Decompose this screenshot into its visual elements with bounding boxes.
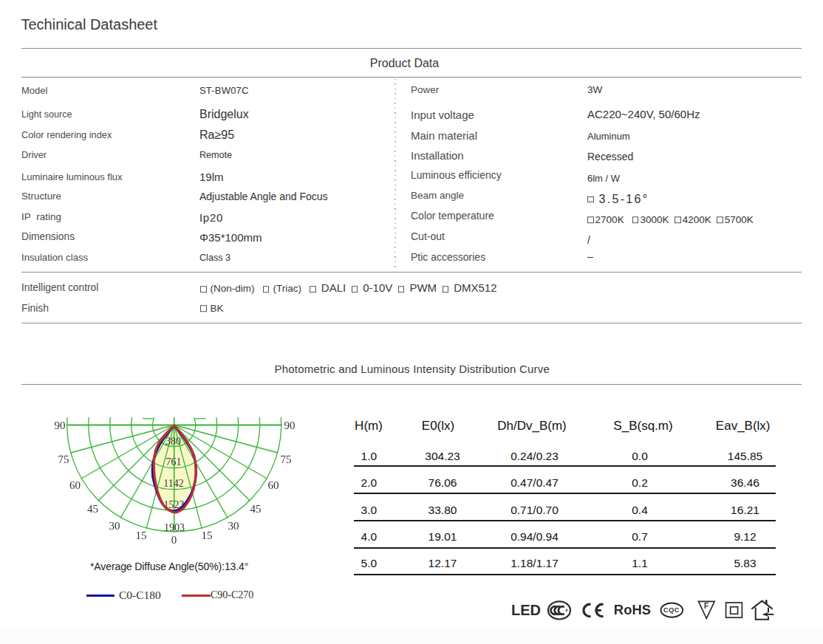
svg-text:90: 90	[284, 419, 296, 431]
svg-text:30: 30	[228, 520, 239, 532]
svg-text:75: 75	[58, 453, 69, 465]
svg-text:761: 761	[166, 456, 182, 467]
svg-text:60: 60	[268, 479, 279, 491]
svg-text:380: 380	[165, 436, 181, 447]
svg-text:30: 30	[109, 520, 120, 532]
svg-text:0: 0	[171, 534, 177, 546]
svg-text:15: 15	[202, 530, 213, 541]
svg-text:90: 90	[55, 419, 66, 431]
svg-text:1142: 1142	[163, 478, 183, 489]
svg-text:15: 15	[136, 530, 147, 541]
svg-text:1903: 1903	[164, 522, 185, 533]
svg-text:45: 45	[87, 503, 98, 515]
svg-text:75: 75	[281, 453, 292, 465]
svg-text:60: 60	[69, 479, 81, 491]
svg-text:45: 45	[250, 503, 262, 515]
